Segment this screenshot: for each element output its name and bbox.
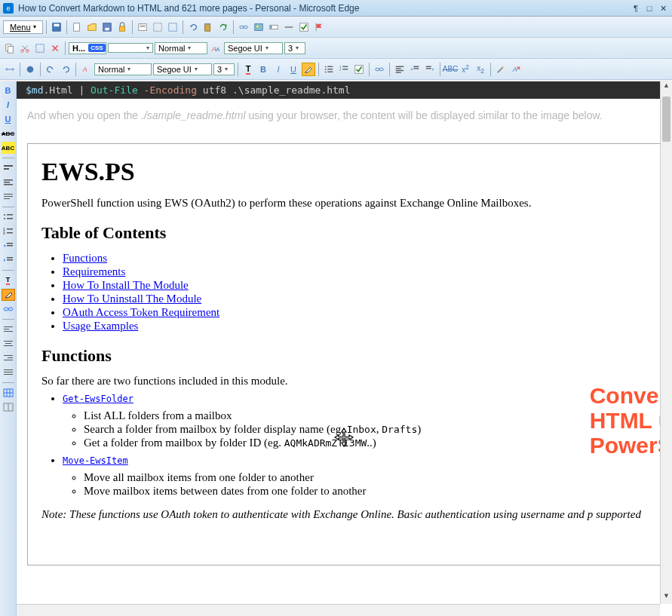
scroll-up-icon[interactable]: ▲ xyxy=(661,81,672,93)
undo-icon[interactable] xyxy=(186,20,200,34)
font-size-dropdown[interactable]: 3▾ xyxy=(284,42,305,54)
vertical-scrollbar[interactable]: ▲ ▼ xyxy=(660,81,672,604)
preview-icon[interactable] xyxy=(136,20,149,34)
list-bullet-icon[interactable] xyxy=(322,63,336,76)
heading-dropdown[interactable]: H...CSS xyxy=(69,42,106,54)
side-right-icon[interactable] xyxy=(2,352,15,364)
side-strike-icon[interactable]: ABC xyxy=(2,127,15,139)
horizontal-scrollbar[interactable] xyxy=(17,604,660,616)
maximize-icon[interactable]: □ xyxy=(643,3,655,14)
refresh-icon[interactable] xyxy=(216,20,230,34)
wand-icon[interactable] xyxy=(494,63,508,76)
font-family-dropdown[interactable]: Segoe UI▾ xyxy=(224,42,283,54)
svg-rect-83 xyxy=(4,360,13,360)
delete-icon[interactable] xyxy=(48,41,62,55)
svg-point-31 xyxy=(325,66,327,67)
toc-link[interactable]: How To Uninstall The Module xyxy=(63,293,201,305)
side-link-icon[interactable] xyxy=(2,303,15,315)
undo2-icon[interactable] xyxy=(44,63,57,76)
indent-icon[interactable] xyxy=(423,63,437,76)
toc-link[interactable]: Requirements xyxy=(63,265,125,277)
side-center-icon[interactable] xyxy=(2,338,15,350)
toc-link[interactable]: How To Install The Module xyxy=(63,279,189,291)
form-icon[interactable] xyxy=(267,20,281,34)
close-icon[interactable]: ✕ xyxy=(657,3,669,14)
cut-icon[interactable] xyxy=(18,41,32,55)
side-para-icon[interactable] xyxy=(2,191,15,203)
lock-icon[interactable] xyxy=(115,20,129,34)
underline-icon[interactable]: U xyxy=(287,63,300,76)
side-text-color-icon[interactable]: T xyxy=(2,274,15,287)
select-all-icon[interactable] xyxy=(166,20,180,34)
fn-link[interactable]: Move-EwsItem xyxy=(63,455,128,466)
flag-icon[interactable] xyxy=(312,20,326,34)
svg-rect-78 xyxy=(4,341,13,342)
new-doc-icon[interactable] xyxy=(70,20,84,34)
paste-icon[interactable] xyxy=(201,20,215,34)
side-justify-icon[interactable] xyxy=(2,366,15,378)
font-icon[interactable]: AA xyxy=(209,41,222,55)
svg-rect-50 xyxy=(426,66,431,66)
svg-rect-86 xyxy=(4,374,13,375)
side-fill-icon[interactable] xyxy=(2,289,15,301)
menu-button[interactable]: Menu▾ xyxy=(3,20,43,34)
side-italic-icon[interactable]: I xyxy=(2,99,15,111)
select-icon[interactable] xyxy=(33,41,47,55)
dashed-box-icon[interactable] xyxy=(151,20,164,34)
scroll-thumb[interactable] xyxy=(662,97,670,142)
toc-heading: Table of Contents xyxy=(41,223,647,243)
scroll-down-icon[interactable]: ▼ xyxy=(661,592,672,604)
save-disk-icon[interactable] xyxy=(100,20,114,34)
record-icon[interactable] xyxy=(23,63,37,76)
expand-h-icon[interactable] xyxy=(3,63,17,76)
strike-icon[interactable]: ABC xyxy=(443,63,457,76)
subscript-icon[interactable]: x2 xyxy=(474,63,487,76)
hr-icon[interactable] xyxy=(282,20,296,34)
font-dropdown-2[interactable]: Segoe UI▾ xyxy=(153,63,212,75)
side-underline-icon[interactable]: U xyxy=(2,113,15,125)
checkbox-icon[interactable] xyxy=(297,20,311,34)
side-highlight-icon[interactable]: ABC xyxy=(2,142,15,154)
style-dropdown-2[interactable]: Normal▾ xyxy=(94,63,152,75)
toc-link[interactable]: OAuth Access Token Requirement xyxy=(63,306,219,318)
list-number-icon[interactable]: 12 xyxy=(337,63,351,76)
toolbar-row-1: Menu▾ xyxy=(0,17,672,38)
image-icon[interactable] xyxy=(252,20,265,34)
side-h1-icon[interactable] xyxy=(2,162,15,174)
side-bold-icon[interactable]: B xyxy=(2,84,15,97)
text-color-icon[interactable]: T xyxy=(241,63,255,76)
redo-icon[interactable] xyxy=(59,63,72,76)
side-table-icon[interactable] xyxy=(2,387,15,399)
side-ol-icon[interactable]: 12 xyxy=(2,225,15,238)
toc-link[interactable]: Usage Examples xyxy=(63,320,138,332)
link2-icon[interactable] xyxy=(373,63,386,76)
side-grid-icon[interactable] xyxy=(2,401,15,413)
checklist-icon[interactable] xyxy=(352,63,366,76)
italic-icon[interactable]: I xyxy=(272,63,285,76)
align-left-icon[interactable] xyxy=(393,63,407,76)
outdent-icon[interactable] xyxy=(408,63,422,76)
main-canvas: $md.Html | Out-File -Encoding utf8 .\sam… xyxy=(17,81,672,616)
style-dropdown[interactable]: Normal▾ xyxy=(155,42,207,54)
toc-link[interactable]: Functions xyxy=(63,252,107,264)
side-outdent-icon[interactable] xyxy=(2,240,15,252)
highlight-icon[interactable] xyxy=(302,63,315,76)
save-icon[interactable] xyxy=(50,20,63,34)
clear-format-icon[interactable]: A xyxy=(509,63,523,76)
size-dropdown-2[interactable]: 3▾ xyxy=(213,63,235,75)
superscript-icon[interactable]: x2 xyxy=(459,63,472,76)
font-color-icon[interactable]: A xyxy=(79,63,93,76)
side-indent-icon[interactable] xyxy=(2,254,15,266)
pin-icon[interactable]: ¶ xyxy=(630,3,642,14)
link-icon[interactable] xyxy=(237,20,250,34)
bold-icon[interactable]: B xyxy=(256,63,270,76)
svg-point-73 xyxy=(4,308,8,311)
side-h2-icon[interactable] xyxy=(2,176,15,188)
svg-rect-48 xyxy=(413,66,419,66)
copy-icon[interactable] xyxy=(3,41,17,55)
open-icon[interactable] xyxy=(85,20,99,34)
tag-dropdown[interactable]: ▾ xyxy=(108,43,153,53)
side-ul-icon[interactable] xyxy=(2,211,15,223)
side-left-icon[interactable] xyxy=(2,323,15,336)
fn-link[interactable]: Get-EwsFolder xyxy=(63,394,133,404)
